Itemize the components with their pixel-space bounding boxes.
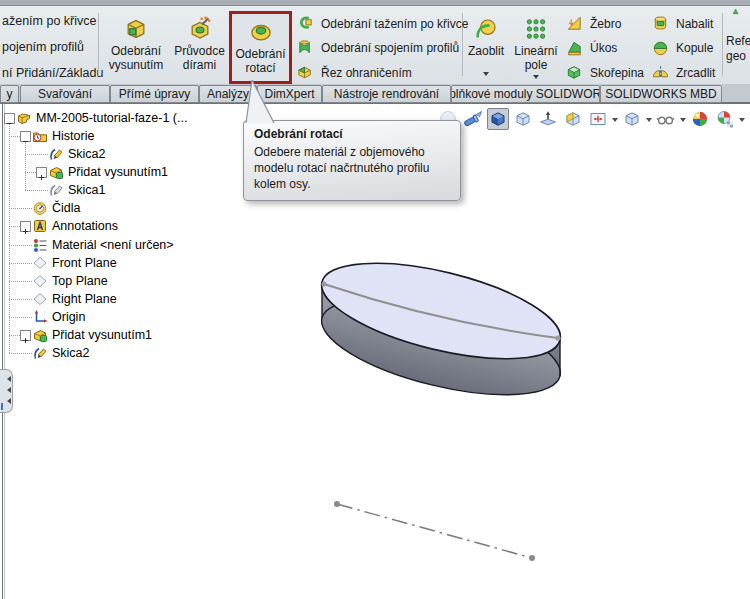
view-orientation-dropdown-caret-icon[interactable] [612,118,618,125]
tab-label: Svařování [38,87,92,101]
scene-icon [715,109,735,129]
cube-dark-icon [488,109,508,129]
edit-appearance-button[interactable] [689,108,711,130]
wrap-icon [651,14,670,33]
model-elliptical-disk[interactable] [313,244,570,414]
reference-geometry-button[interactable]: Refegeo [726,12,750,64]
button-label: Odebrání spojením profilů [321,41,459,55]
tab-dopl-kov-moduly-solidworks[interactable]: Doplňkové moduly SOLIDWORKS [451,85,600,103]
button-label-line: vysunutím [109,58,164,72]
command-manager-ribbon: ažením po křivcepojením profilůní Přidán… [0,6,750,84]
display-style-dropdown-caret-icon[interactable] [646,118,652,125]
button-label-line: Zaoblit [468,44,504,58]
glasses-icon [656,109,676,129]
zoom-to-area-button[interactable] [462,108,484,130]
zrcadlit-button[interactable]: Zrcadlit [651,62,715,83]
hide-show-items-dropdown-caret-icon[interactable] [680,118,686,125]
cube-light-icon [622,109,642,129]
button-label: Kopule [676,41,713,55]
zaoblit-label: Zaoblit [468,44,504,58]
wand-icon [463,109,483,129]
button-label-line: rotací [235,61,285,75]
tab-sva-ov-n-[interactable]: Svařování [20,85,110,103]
zebro-button[interactable]: Žebro [565,13,644,34]
centerline-endpoint[interactable] [334,501,340,507]
odebrani-tazenim-po-krivce-button[interactable]: Odebrání tažením po křivce [296,13,468,34]
odebrani-spojenim-profilu-button[interactable]: Odebrání spojením profilů [296,38,468,59]
linearni-pole-button[interactable]: Lineárnípole [508,11,564,84]
button-label: Úkos [590,41,617,55]
pruvodce-dirami-button[interactable]: Průvodcedírami [169,11,230,84]
construction-centerline[interactable] [334,501,535,561]
view-orientation-button[interactable] [587,108,609,130]
boundary-cut-icon [296,63,315,82]
tab-p-m-pravy[interactable]: Přímé úpravy [110,85,199,103]
hide-show-items-button[interactable] [655,108,677,130]
tab-label: Přímé úpravy [119,87,190,101]
section-icon [563,109,583,129]
odebrani-rotaci-button[interactable]: Odebránírotací [229,11,292,84]
sketch-endpoint[interactable] [555,335,560,340]
previous-view-button[interactable] [512,108,534,130]
skorepina-button[interactable]: Skořepina [565,62,644,83]
cube-light-icon [513,109,533,129]
reference-geometry-label: geo [726,49,750,64]
tab-n-stroje-rendrov-n-[interactable]: Nástroje rendrování [322,85,451,103]
ribbon-overflow-label[interactable]: pojením profilů [2,40,84,54]
ukos-button[interactable]: Úkos [565,38,644,59]
nabalit-button[interactable]: Nabalit [651,13,715,34]
rib-icon [565,14,584,33]
button-label: Odebrání tažením po křivce [321,17,468,31]
odebrani-rotaci-label: Odebránírotací [235,47,285,75]
loft-cut-icon [296,39,315,58]
ribbon-overflow-label[interactable]: ní Přidání/Základu [2,66,103,80]
mirror-icon [651,63,670,82]
button-label-line: pole [514,58,557,72]
ribbon-overflow-label[interactable]: ažením po křivce [2,14,96,28]
button-label-line: Lineární [514,44,557,58]
shell-icon [565,63,584,82]
ribbon-separator [722,13,723,76]
button-label: Nabalit [676,17,713,31]
odebrani-vysunutim-button[interactable]: Odebránívysunutím [103,11,169,84]
solidworks-window: ažením po křivcepojením profilůní Přidán… [0,0,750,599]
hole-wizard-icon [187,16,213,42]
apply-scene-dropdown-caret-icon[interactable] [739,118,745,125]
normal-to-icon [538,109,558,129]
button-label: Skořepina [590,66,644,80]
dropdown-caret-icon[interactable] [483,72,489,79]
revolve-cut-icon [248,19,274,45]
section-view-button[interactable] [562,108,584,130]
sketch-endpoint[interactable] [321,281,326,286]
dropdown-caret-icon[interactable] [533,75,539,82]
ribbon-stack: ŽebroÚkosSkořepina [565,13,644,83]
tab-label: Doplňkové moduly SOLIDWORKS [451,87,600,101]
zoom-to-fit-button[interactable] [487,108,509,130]
rez-ohranicenim-button[interactable]: Řez ohraničením [296,62,468,83]
heads-up-view-toolbar [437,106,750,132]
kopule-button[interactable]: Kopule [651,38,715,59]
display-style-button[interactable] [621,108,643,130]
apply-scene-button[interactable] [714,108,736,130]
tab-label: y [7,87,13,101]
button-label: Řez ohraničením [321,66,412,80]
linear-pattern-icon [524,17,548,41]
tooltip: Odebrání rotací Odebere materiál z objem… [243,120,461,201]
button-label-line: Odebrání [109,44,164,58]
ref-geo-mini-icon [732,8,744,20]
button-label: Žebro [590,17,621,31]
normal-to-button[interactable] [537,108,559,130]
cut-extrude-icon [123,16,149,42]
tab-solidworks-mbd[interactable]: SOLIDWORKS MBD [600,85,722,103]
centerline-endpoint[interactable] [529,555,535,561]
pruvodce-dirami-label: Průvodcedírami [174,44,225,72]
zaoblit-button[interactable]: Zaoblit [462,11,510,84]
button-label-line: dírami [174,58,225,72]
appearance-icon [690,109,710,129]
tooltip-body: Odebere materiál z objemového modelu rot… [254,145,450,192]
tooltip-pointer [243,79,279,123]
tab-label: SOLIDWORKS MBD [605,87,716,101]
ribbon-stack: Odebrání tažením po křivceOdebrání spoje… [296,13,468,83]
ribbon-separator [98,13,99,76]
tab-y[interactable]: y [0,85,19,103]
